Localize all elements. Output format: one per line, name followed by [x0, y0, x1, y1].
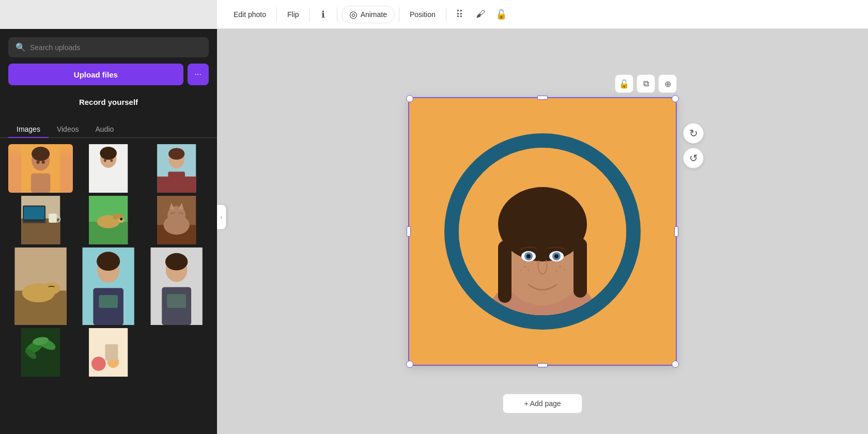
- svg-rect-22: [49, 213, 57, 223]
- list-item[interactable]: [144, 247, 209, 325]
- canvas-area: 🔓 ⧉ ⊕: [217, 29, 868, 434]
- svg-point-15: [168, 148, 184, 160]
- animate-label: Animate: [361, 10, 387, 19]
- person-thumbnail-1: [8, 144, 73, 193]
- handle-bottom-left[interactable]: [406, 361, 413, 368]
- list-item[interactable]: [76, 144, 141, 193]
- handle-top-mid[interactable]: [537, 96, 548, 100]
- list-item[interactable]: [8, 247, 73, 325]
- add-page-label: + Add page: [524, 399, 561, 408]
- svg-point-78: [559, 266, 562, 268]
- svg-rect-16: [168, 172, 185, 193]
- flip-button[interactable]: Flip: [281, 7, 305, 22]
- plant-thumbnail: [8, 328, 73, 377]
- edit-photo-label: Edit photo: [234, 10, 266, 19]
- list-item[interactable]: [76, 196, 141, 244]
- record-area: Record yourself: [0, 91, 217, 117]
- canvas-copy-button[interactable]: ⧉: [637, 74, 655, 93]
- tab-audio-label: Audio: [95, 125, 114, 133]
- svg-point-59: [91, 357, 106, 371]
- info-icon: ℹ: [321, 9, 325, 20]
- animate-button[interactable]: ◎ Animate: [342, 6, 395, 23]
- tab-videos-label: Videos: [57, 125, 79, 133]
- collapse-panel-button[interactable]: ‹: [217, 205, 226, 229]
- circle-frame: [444, 133, 641, 330]
- tab-images-label: Images: [17, 125, 40, 133]
- list-item[interactable]: [8, 144, 73, 193]
- lock-icon: 🔓: [495, 9, 507, 20]
- svg-point-4: [37, 160, 40, 164]
- rotate-counterclockwise-button[interactable]: ↺: [683, 148, 704, 168]
- handle-bottom-right[interactable]: [672, 361, 679, 368]
- svg-point-76: [528, 269, 530, 271]
- svg-point-71: [526, 254, 531, 258]
- svg-rect-3: [31, 173, 51, 193]
- upload-more-button[interactable]: ···: [188, 64, 209, 85]
- tab-audio[interactable]: Audio: [87, 121, 122, 137]
- svg-rect-52: [167, 294, 186, 308]
- grid-button[interactable]: ⠿: [451, 5, 469, 24]
- svg-point-50: [165, 253, 188, 270]
- record-yourself-button[interactable]: Record yourself: [8, 91, 209, 113]
- handle-left-mid[interactable]: [407, 226, 411, 237]
- brush-button[interactable]: 🖌: [471, 5, 490, 24]
- toolbar: Edit photo Flip ℹ ◎ Animate Position ⠿ 🖌…: [217, 0, 868, 29]
- svg-rect-47: [99, 295, 118, 308]
- position-label: Position: [410, 10, 436, 19]
- desk-thumbnail: [8, 196, 73, 244]
- handle-top-right[interactable]: [672, 95, 679, 102]
- svg-rect-61: [105, 345, 118, 361]
- canvas-card[interactable]: [408, 97, 677, 366]
- search-wrapper: 🔍: [8, 37, 209, 57]
- canvas-add-button[interactable]: ⊕: [658, 74, 677, 93]
- svg-point-74: [554, 254, 559, 258]
- handle-bottom-mid[interactable]: [537, 363, 548, 367]
- tabs-area: Images Videos Audio: [0, 117, 217, 138]
- svg-point-10: [104, 159, 106, 162]
- lock-button[interactable]: 🔓: [492, 5, 510, 24]
- svg-point-79: [555, 270, 557, 272]
- svg-point-11: [111, 159, 113, 162]
- add-page-button[interactable]: + Add page: [503, 394, 582, 413]
- info-button[interactable]: ℹ: [314, 5, 333, 24]
- svg-point-8: [100, 147, 117, 160]
- handle-top-left[interactable]: [406, 95, 413, 102]
- svg-point-45: [97, 252, 120, 271]
- canvas-lock-button[interactable]: 🔓: [615, 74, 633, 93]
- search-input[interactable]: [30, 43, 202, 52]
- edit-photo-button[interactable]: Edit photo: [227, 7, 272, 22]
- upload-files-button[interactable]: Upload files: [8, 64, 183, 85]
- animate-icon: ◎: [349, 9, 358, 20]
- svg-rect-20: [24, 207, 44, 220]
- list-item[interactable]: [8, 328, 73, 377]
- chevron-left-icon: ‹: [221, 214, 222, 220]
- handle-right-mid[interactable]: [674, 226, 678, 237]
- tab-images[interactable]: Images: [8, 121, 49, 137]
- tab-videos[interactable]: Videos: [49, 121, 87, 137]
- add-icon: ⊕: [664, 79, 671, 89]
- list-item[interactable]: [76, 328, 141, 377]
- search-area: 🔍: [0, 29, 217, 57]
- person-teal-thumbnail: [76, 247, 141, 325]
- toolbar-divider-3: [337, 7, 337, 22]
- toolbar-divider-2: [309, 7, 310, 22]
- upload-files-label: Upload files: [74, 70, 118, 79]
- svg-point-77: [520, 269, 522, 271]
- svg-point-5: [42, 160, 45, 164]
- grid-icon: ⠿: [456, 8, 464, 21]
- list-item[interactable]: [144, 196, 209, 244]
- rotate-clockwise-button[interactable]: ↻: [683, 123, 704, 144]
- svg-rect-9: [99, 172, 117, 193]
- main-layout: 🔍 Upload files ··· Record yourself Image…: [0, 29, 868, 434]
- position-button[interactable]: Position: [404, 7, 442, 22]
- list-item[interactable]: [8, 196, 73, 244]
- rotate-cw-icon: ↻: [689, 127, 698, 140]
- images-grid: [0, 138, 217, 434]
- svg-point-80: [563, 269, 565, 271]
- cat-thumbnail: [144, 196, 209, 244]
- canvas-container: 🔓 ⧉ ⊕: [408, 97, 677, 366]
- list-item[interactable]: [76, 247, 141, 325]
- rotate-controls: ↻ ↺: [683, 123, 704, 168]
- list-item[interactable]: [144, 144, 209, 193]
- rotate-ccw-icon: ↺: [689, 152, 698, 164]
